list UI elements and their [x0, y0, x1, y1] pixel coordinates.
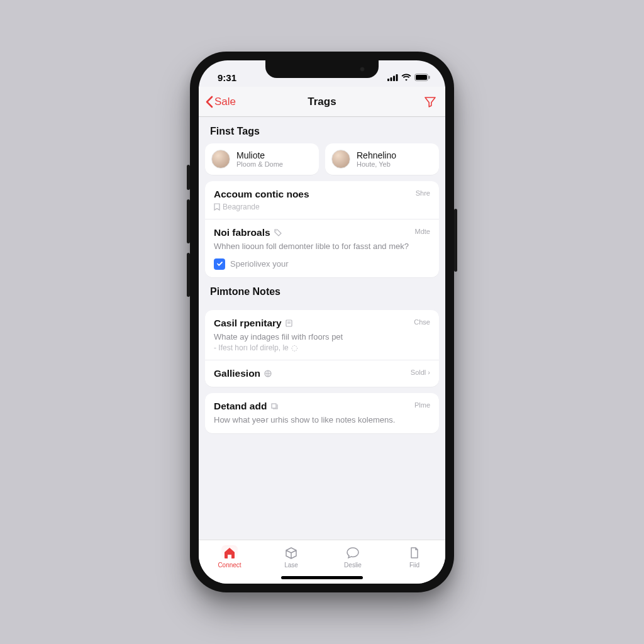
svg-point-7 — [275, 230, 277, 231]
noi-fabroals-body: Whhen liooun foll demonter lible to for … — [214, 241, 430, 252]
camera-dot — [360, 67, 365, 72]
casil-title: Casil rpenitary — [214, 318, 430, 329]
detand-cell[interactable]: Detand add Plme How what yeәr urhis show… — [205, 393, 439, 433]
volume-down-button — [187, 253, 190, 297]
notch — [265, 60, 379, 78]
note-icon — [286, 319, 292, 327]
detand-title: Detand add — [214, 401, 430, 412]
casil-cell[interactable]: Casil rpenitary Chse Whate ay indages fi… — [205, 310, 439, 360]
svg-rect-1 — [391, 77, 392, 81]
galliesion-title: Galliesion — [214, 368, 430, 379]
dot-icon: ◌ — [291, 343, 297, 352]
status-time: 9:31 — [218, 72, 236, 83]
volume-up-button — [187, 199, 190, 243]
content-area[interactable]: Finst Tags Muliote Ploom & Dome Rehnelin… — [199, 117, 445, 540]
cell-signal-icon — [387, 74, 398, 81]
avatar — [211, 150, 230, 169]
noi-fabroals-title: Noi fabroals — [214, 227, 430, 238]
tab-label: Deslie — [344, 562, 362, 569]
document-icon — [406, 545, 423, 560]
tag-title: Rehnelino — [357, 150, 396, 160]
tab-label: Fiid — [409, 562, 419, 569]
back-button[interactable]: Sale — [205, 96, 236, 108]
svg-rect-2 — [393, 75, 395, 81]
account-header: Accoum contic noes — [214, 189, 430, 200]
screen: 9:31 Sale Trags — [199, 60, 445, 584]
stack-icon — [270, 402, 278, 410]
power-button — [454, 209, 457, 272]
tags-row: Muliote Ploom & Dome Rehnelino Houte, Ye… — [205, 143, 439, 175]
globe-icon — [264, 370, 272, 377]
tag-subtitle: Houte, Yeb — [357, 160, 396, 169]
tab-connect[interactable]: Connect — [211, 545, 248, 569]
beagrande-row: Beagrande — [214, 203, 430, 211]
status-indicators — [387, 74, 430, 81]
casil-sub: - Ifest horı lof direlp, le ◌ — [214, 343, 430, 352]
box-icon — [283, 545, 299, 560]
tag-icon — [274, 229, 282, 236]
noi-fabroals-cell[interactable]: Noi fabroals Mdte Whhen liooun foll demo… — [205, 219, 439, 277]
svg-rect-10 — [272, 404, 276, 408]
wifi-icon — [401, 74, 411, 81]
casil-body: Whate ay indages fiil with rfoors pet — [214, 331, 430, 343]
checkbox-checked[interactable] — [214, 258, 225, 270]
nav-bar: Sale Trags — [199, 87, 445, 117]
avatar — [331, 150, 350, 169]
chat-icon — [345, 545, 361, 560]
tab-label: Connect — [218, 562, 241, 569]
beagrande-label: Beagrande — [223, 203, 260, 211]
battery-icon — [414, 74, 430, 81]
tag-title: Muliote — [236, 150, 283, 160]
soldl-action[interactable]: Soldl › — [411, 369, 430, 376]
mdte-action[interactable]: Mdte — [415, 228, 430, 235]
pimtone-card-1: Casil rpenitary Chse Whate ay indages fi… — [205, 310, 439, 387]
silence-switch — [187, 165, 190, 190]
tag-card-muliote[interactable]: Muliote Ploom & Dome — [205, 143, 319, 175]
cell-title-text: Noi fabroals — [214, 227, 270, 238]
tab-lase[interactable]: Lase — [272, 545, 310, 569]
sperioliver-row[interactable]: Speriolivex your — [214, 258, 430, 270]
first-tags-header: Finst Tags — [205, 117, 439, 143]
sperioliver-label: Speriolivex your — [230, 259, 289, 269]
tag-card-rehnelino[interactable]: Rehnelino Houte, Yeb — [325, 143, 439, 175]
cell-title-text: Detand add — [214, 401, 267, 412]
filter-icon — [424, 96, 436, 108]
detand-body: How what yeәr urhis show to like notes k… — [214, 414, 430, 426]
tab-label: Lase — [284, 562, 298, 569]
galliesion-cell[interactable]: Galliesion Soldl › — [205, 360, 439, 387]
plme-action[interactable]: Plme — [414, 401, 430, 409]
svg-rect-5 — [416, 75, 427, 80]
tag-subtitle: Ploom & Dome — [236, 160, 283, 169]
home-indicator[interactable] — [281, 576, 363, 579]
cell-title-text: Casil rpenitary — [214, 318, 282, 329]
chevron-left-icon — [205, 96, 213, 108]
bookmark-icon — [214, 203, 220, 211]
nav-filter-button[interactable] — [424, 96, 436, 108]
chse-action[interactable]: Chse — [414, 318, 430, 326]
home-icon — [221, 545, 238, 560]
nav-title: Trags — [308, 96, 336, 108]
svg-rect-0 — [387, 79, 389, 81]
casil-sub-text: - Ifest horı lof direlp, le — [214, 343, 289, 352]
svg-rect-3 — [396, 74, 398, 81]
cell-title-text: Galliesion — [214, 368, 260, 379]
pimtone-header: Pimtone Notes — [205, 277, 439, 304]
share-action[interactable]: Shre — [416, 189, 430, 197]
account-header-cell[interactable]: Accoum contic noes Shre Beagrande — [205, 181, 439, 219]
phone-frame: 9:31 Sale Trags — [190, 52, 454, 592]
tab-fiid[interactable]: Fiid — [396, 545, 433, 569]
tab-deslie[interactable]: Deslie — [334, 545, 372, 569]
account-card: Accoum contic noes Shre Beagrande Noi fa… — [205, 181, 439, 277]
svg-rect-6 — [429, 76, 430, 79]
back-label: Sale — [214, 96, 236, 108]
pimtone-card-2: Detand add Plme How what yeәr urhis show… — [205, 393, 439, 433]
